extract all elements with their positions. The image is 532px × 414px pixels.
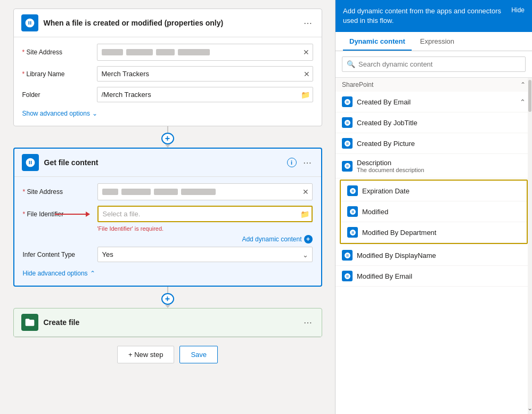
dynamic-item-modified-by-displayname[interactable]: Modified By DisplayName [335, 245, 532, 266]
site-address-input-wrapper-1: ✕ [97, 44, 313, 61]
folder-browse-btn[interactable]: 📁 [301, 91, 310, 99]
add-step-btn-2[interactable]: + [161, 293, 174, 305]
dynamic-tabs: Dynamic content Expression [335, 32, 532, 51]
section-header: SharePoint ⌃ [335, 78, 532, 92]
dynamic-item-description[interactable]: Description The document description [335, 154, 532, 178]
dynamic-item-modified-by-department[interactable]: Modified By Department [341, 222, 527, 243]
sp-logo-icon [349, 188, 356, 194]
mask-block [178, 49, 210, 55]
highlighted-group: Expiration Date Modified Modified By Dep… [340, 180, 528, 244]
item-name: Expiration Date [362, 187, 520, 195]
bottom-actions: + New step Save [13, 346, 322, 363]
arrow-line [55, 214, 89, 215]
create-file-icon [21, 314, 38, 331]
file-identifier-wrapper: 📁 [97, 206, 313, 222]
library-name-input-wrapper: ✕ [97, 66, 313, 82]
dynamic-search-area: 🔍 [335, 51, 532, 78]
trigger-card-icon [21, 14, 38, 31]
error-row: 'File Identifier' is required. [97, 224, 313, 232]
dynamic-item-created-by-email[interactable]: Created By Email ⌃ [335, 92, 532, 112]
tab-dynamic-content[interactable]: Dynamic content [343, 32, 412, 51]
item-text: Created By Picture [357, 140, 526, 148]
red-arrow-indicator [55, 214, 89, 215]
item-desc: The document description [357, 167, 526, 173]
sharepoint-icon [24, 18, 35, 28]
collapse-icon: ⌃ [520, 98, 526, 106]
get-file-more-btn[interactable]: ⋯ [301, 157, 314, 169]
add-step-btn-1[interactable]: + [161, 133, 174, 144]
library-clear-btn[interactable]: ✕ [304, 70, 310, 78]
mask-block [154, 189, 178, 195]
info-btn[interactable]: i [287, 158, 297, 167]
item-text: Modified By DisplayName [357, 251, 526, 259]
section-title: SharePoint [342, 81, 373, 88]
dynamic-item-modified-by-email[interactable]: Modified By Email [335, 266, 532, 287]
section-collapse-btn[interactable]: ⌃ [520, 81, 526, 88]
item-sp-icon [347, 185, 358, 196]
chevron-down-icon: ⌄ [92, 110, 97, 117]
dynamic-item-created-by-jobtitle[interactable]: Created By JobTitle [335, 112, 532, 133]
dynamic-list: SharePoint ⌃ Created By Email ⌃ Created … [335, 78, 532, 414]
library-name-label: * Library Name [22, 70, 92, 78]
infer-content-select[interactable]: Yes No [97, 247, 313, 262]
item-sp-icon [347, 206, 358, 217]
sp-logo-icon [344, 119, 351, 126]
dynamic-search-input[interactable] [358, 60, 521, 68]
show-advanced-label: Show advanced options [22, 110, 90, 117]
dynamic-item-expiration-date[interactable]: Expiration Date [341, 181, 527, 201]
site-address-label-1: * Site Address [22, 48, 92, 56]
new-step-button[interactable]: + New step [117, 346, 174, 363]
connector-arrow-2 [165, 305, 170, 308]
show-advanced-btn[interactable]: Show advanced options ⌄ [22, 110, 97, 117]
chevron-up-icon: ⌃ [90, 270, 95, 277]
connector-line [167, 126, 168, 133]
item-name: Modified [362, 208, 520, 216]
dynamic-panel-header: Add dynamic content from the apps and co… [335, 0, 532, 32]
dynamic-item-created-by-picture[interactable]: Created By Picture [335, 133, 532, 154]
save-button[interactable]: Save [179, 346, 218, 363]
add-dynamic-btn[interactable]: Add dynamic content + [242, 235, 312, 243]
site-address-masked-2[interactable]: ✕ [97, 183, 313, 200]
scroll-down-btn[interactable]: ⌄ [527, 404, 532, 412]
hide-advanced-label: Hide advanced options [23, 270, 88, 277]
clear-btn-2[interactable]: ✕ [302, 188, 309, 196]
dynamic-panel-hide-btn[interactable]: Hide [511, 6, 525, 14]
site-address-masked-1[interactable]: ✕ [97, 44, 313, 61]
get-file-card-actions: i ⋯ [287, 157, 314, 169]
trigger-more-btn[interactable]: ⋯ [301, 17, 314, 29]
item-name: Modified By Department [362, 229, 520, 237]
infer-select-wrapper: Yes No ⌄ [97, 247, 313, 262]
arrow-head [86, 212, 90, 217]
tab-expression[interactable]: Expression [414, 32, 461, 51]
mask-block [102, 49, 123, 55]
site-address-row-2: * Site Address ✕ [23, 183, 313, 200]
sp-logo-icon [344, 252, 351, 259]
item-name: Modified By DisplayName [357, 251, 526, 259]
sp-logo-icon [344, 163, 351, 169]
hide-advanced-btn[interactable]: Hide advanced options ⌃ [23, 270, 95, 277]
item-name: Created By Picture [357, 140, 526, 148]
file-browse-btn[interactable]: 📁 [300, 210, 309, 218]
scrollbar[interactable]: ⌄ [528, 78, 532, 414]
connector-2: + [161, 287, 174, 308]
item-text: Created By JobTitle [357, 119, 526, 127]
sp-logo-icon [349, 208, 356, 215]
connector-arrow [165, 144, 170, 148]
create-file-header: Create file ⋯ [14, 309, 322, 337]
library-name-input[interactable] [97, 66, 313, 82]
folder-input[interactable] [97, 87, 313, 102]
item-sp-icon [342, 250, 353, 261]
sp-logo-icon [344, 99, 351, 105]
site-address-label-2: * Site Address [23, 188, 92, 196]
dynamic-item-modified[interactable]: Modified [341, 201, 527, 222]
clear-btn[interactable]: ✕ [303, 48, 309, 56]
item-name: Created By Email [357, 98, 515, 106]
file-identifier-input[interactable] [97, 206, 313, 222]
search-icon: 🔍 [347, 60, 355, 68]
get-file-card-title: Get file content [44, 158, 282, 167]
get-file-card: Get file content i ⋯ * Site Address ✕ [13, 148, 322, 287]
item-text: Modified By Email [357, 272, 526, 280]
trigger-card-actions: ⋯ [301, 17, 314, 29]
item-text: Created By Email [357, 98, 515, 106]
create-file-more-btn[interactable]: ⋯ [301, 316, 314, 329]
